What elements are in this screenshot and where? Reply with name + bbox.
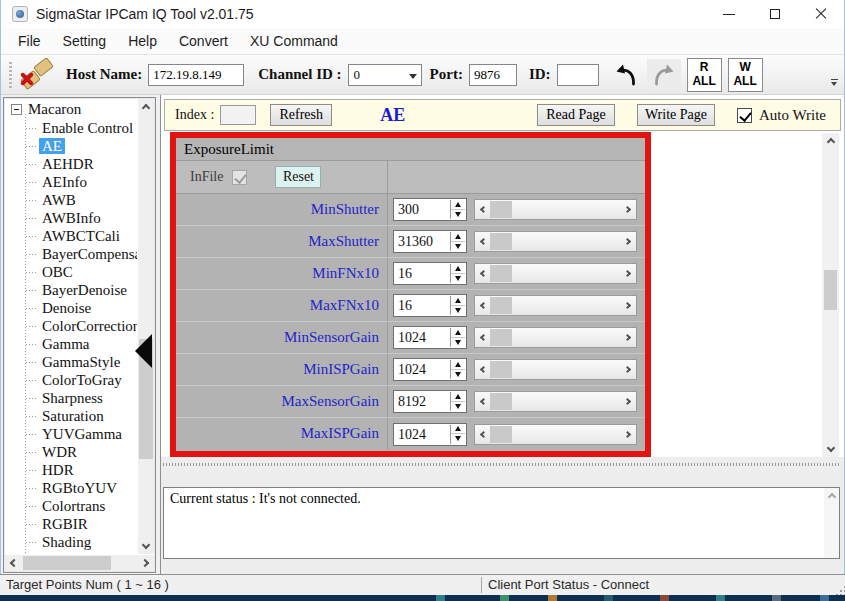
undo-button[interactable]: [609, 59, 643, 91]
scroll-down-icon[interactable]: [822, 442, 839, 457]
tree-item[interactable]: WDR: [6, 443, 137, 461]
scroll-left-icon[interactable]: [475, 425, 489, 444]
scrollbar-thumb[interactable]: [490, 201, 512, 218]
value-scrollbar[interactable]: [474, 327, 637, 348]
scroll-left-icon[interactable]: [475, 264, 489, 283]
menu-item[interactable]: XU Command: [239, 29, 349, 53]
tree-item[interactable]: Enable Control: [6, 119, 137, 137]
scroll-down-icon[interactable]: [138, 539, 154, 554]
value-spinner[interactable]: 1024: [393, 326, 467, 349]
tree-horizontal-scrollbar[interactable]: [5, 555, 154, 571]
spinner-up-button[interactable]: [451, 264, 465, 274]
scroll-left-icon[interactable]: [475, 360, 489, 379]
value-scrollbar[interactable]: [474, 424, 637, 445]
tree-item[interactable]: AEHDR: [6, 155, 137, 173]
value-scrollbar[interactable]: [474, 359, 637, 380]
menu-item[interactable]: File: [7, 29, 52, 53]
redo-button[interactable]: [647, 59, 681, 91]
tree-item[interactable]: Denoise: [6, 299, 137, 317]
tree-item[interactable]: AEInfo: [6, 173, 137, 191]
tree-item[interactable]: RGBIR: [6, 515, 137, 533]
auto-write-checkbox[interactable]: [737, 108, 752, 123]
scrollbar-thumb[interactable]: [490, 393, 512, 410]
tree-hscroll-thumb[interactable]: [23, 556, 111, 570]
spinner-down-button[interactable]: [451, 402, 465, 412]
index-input[interactable]: [220, 105, 256, 125]
toolbar-grip[interactable]: [9, 62, 12, 88]
menu-item[interactable]: Help: [117, 29, 168, 53]
scrollbar-thumb[interactable]: [490, 329, 512, 346]
resize-grip[interactable]: [840, 590, 842, 592]
tree-item[interactable]: Saturation: [6, 407, 137, 425]
value-spinner[interactable]: 1024: [393, 423, 467, 446]
value-spinner[interactable]: 16: [393, 294, 467, 317]
spinner-up-button[interactable]: [451, 296, 465, 306]
spinner-down-button[interactable]: [451, 338, 465, 348]
spinner-down-button[interactable]: [451, 434, 465, 444]
minimize-button[interactable]: [706, 0, 752, 28]
scroll-left-icon[interactable]: [475, 232, 489, 251]
tree-item[interactable]: RGBtoYUV: [6, 479, 137, 497]
scroll-right-icon[interactable]: [622, 425, 636, 444]
spinner-up-button[interactable]: [451, 392, 465, 402]
value-spinner[interactable]: 300: [393, 198, 467, 221]
scroll-left-icon[interactable]: [475, 296, 489, 315]
tree-item[interactable]: YUVGamma: [6, 425, 137, 443]
scroll-right-icon[interactable]: [622, 392, 636, 411]
scrollbar-thumb[interactable]: [490, 297, 512, 314]
scroll-up-icon[interactable]: [138, 99, 154, 114]
log-vertical-scrollbar[interactable]: [824, 488, 839, 558]
refresh-button[interactable]: Refresh: [270, 104, 332, 126]
write-all-button[interactable]: W ALL: [728, 58, 763, 92]
tree-item[interactable]: BayerCompensat: [6, 245, 137, 263]
sidebar-collapse-arrow[interactable]: [135, 334, 152, 368]
spinner-down-button[interactable]: [451, 370, 465, 380]
toolbar-overflow-button[interactable]: [828, 76, 840, 89]
value-scrollbar[interactable]: [474, 231, 637, 252]
scroll-right-icon[interactable]: [139, 555, 154, 571]
spinner-down-button[interactable]: [451, 210, 465, 220]
tree-item[interactable]: TrueVividMode: [6, 551, 137, 554]
channel-id-dropdown[interactable]: 0: [348, 64, 422, 86]
value-spinner[interactable]: 1024: [393, 358, 467, 381]
tree-item[interactable]: AWBCTCali: [6, 227, 137, 245]
host-name-input[interactable]: [148, 64, 244, 86]
form-vertical-scrollbar[interactable]: [822, 133, 839, 457]
scroll-up-icon[interactable]: [822, 133, 839, 148]
spinner-up-button[interactable]: [451, 232, 465, 242]
scroll-left-icon[interactable]: [5, 555, 20, 571]
scroll-right-icon[interactable]: [622, 328, 636, 347]
maximize-button[interactable]: [752, 0, 798, 28]
port-input[interactable]: [469, 64, 517, 86]
tree-item[interactable]: Shading: [6, 533, 137, 551]
tree-item[interactable]: AE: [6, 137, 137, 155]
scrollbar-thumb[interactable]: [490, 265, 512, 282]
title-bar[interactable]: SigmaStar IPCam IQ Tool v2.01.75: [1, 0, 844, 28]
spinner-up-button[interactable]: [451, 425, 465, 435]
tree-item[interactable]: Sharpness: [6, 389, 137, 407]
tree-item[interactable]: ColorToGray: [6, 371, 137, 389]
menu-item[interactable]: Convert: [168, 29, 239, 53]
tree-item[interactable]: Colortrans: [6, 497, 137, 515]
scroll-right-icon[interactable]: [622, 296, 636, 315]
tree-item[interactable]: AWBInfo: [6, 209, 137, 227]
value-scrollbar[interactable]: [474, 295, 637, 316]
reset-button[interactable]: Reset: [275, 166, 321, 188]
scrollbar-thumb[interactable]: [490, 426, 512, 443]
write-page-button[interactable]: Write Page: [637, 104, 715, 126]
tree-item[interactable]: BayerDenoise: [6, 281, 137, 299]
value-scrollbar[interactable]: [474, 263, 637, 284]
read-all-button[interactable]: R ALL: [687, 58, 722, 92]
close-button[interactable]: [798, 0, 844, 28]
tree-item[interactable]: HDR: [6, 461, 137, 479]
form-vscroll-thumb[interactable]: [824, 270, 837, 310]
id-input[interactable]: [557, 64, 599, 86]
value-spinner[interactable]: 31360: [393, 230, 467, 253]
tree-item[interactable]: Gamma: [6, 335, 137, 353]
scrollbar-thumb[interactable]: [490, 233, 512, 250]
value-spinner[interactable]: 16: [393, 262, 467, 285]
scroll-left-icon[interactable]: [475, 328, 489, 347]
value-scrollbar[interactable]: [474, 391, 637, 412]
read-page-button[interactable]: Read Page: [537, 104, 615, 126]
tree-item[interactable]: AWB: [6, 191, 137, 209]
